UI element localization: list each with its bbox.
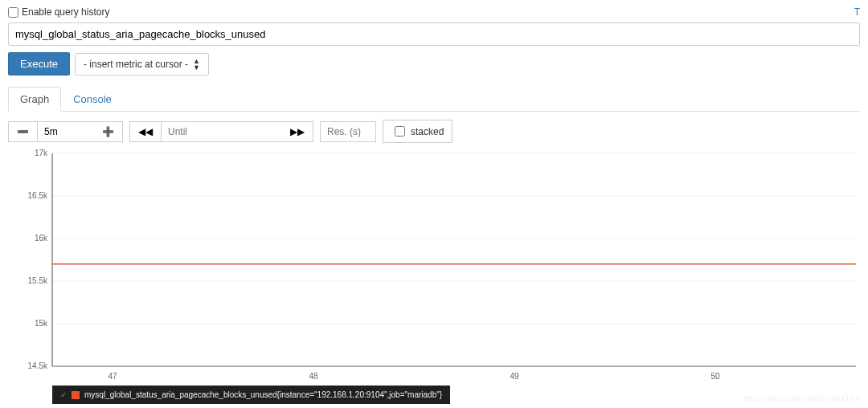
stacked-label: stacked [411, 126, 444, 137]
svg-text:16.5k: 16.5k [28, 191, 48, 200]
duration-plus-button[interactable]: ➕ [94, 121, 123, 142]
plus-icon: ➕ [102, 126, 114, 137]
svg-text:50: 50 [710, 372, 720, 381]
svg-text:15k: 15k [35, 319, 48, 328]
legend[interactable]: ✓ mysql_global_status_aria_pagecache_blo… [52, 386, 450, 404]
tab-console[interactable]: Console [61, 87, 124, 112]
rewind-icon: ◀◀ [138, 126, 153, 137]
svg-text:16k: 16k [35, 234, 48, 243]
corner-link[interactable]: T [854, 6, 860, 18]
svg-text:47: 47 [108, 372, 117, 381]
stacked-toggle[interactable]: stacked [383, 120, 452, 143]
stacked-checkbox[interactable] [395, 126, 405, 137]
time-forward-button[interactable]: ▶▶ [282, 121, 313, 142]
enable-history-checkbox[interactable]: Enable query history [8, 6, 109, 18]
svg-text:17k: 17k [35, 149, 48, 157]
until-input[interactable] [162, 121, 282, 142]
forward-icon: ▶▶ [290, 126, 305, 137]
minus-icon: ➖ [17, 126, 29, 137]
svg-text:48: 48 [309, 372, 318, 381]
chart: 14.5k15k15.5k16k16.5k17k47484950 [8, 149, 860, 382]
caret-icon: ▲▼ [193, 58, 200, 71]
query-input[interactable] [8, 22, 860, 46]
legend-swatch [72, 391, 80, 399]
watermark: https://blog.csdn.net/dinghuchen [744, 394, 860, 403]
svg-text:49: 49 [510, 372, 519, 381]
duration-minus-button[interactable]: ➖ [8, 121, 38, 142]
enable-history-label: Enable query history [22, 6, 109, 18]
duration-input[interactable] [38, 121, 94, 142]
resolution-input[interactable] [320, 121, 376, 142]
svg-text:15.5k: 15.5k [28, 276, 48, 285]
tab-graph[interactable]: Graph [8, 87, 61, 112]
check-icon: ✓ [60, 390, 67, 399]
enable-history-input[interactable] [8, 7, 18, 18]
time-back-button[interactable]: ◀◀ [129, 121, 162, 142]
metric-select-label: - insert metric at cursor - [84, 59, 188, 70]
svg-text:14.5k: 14.5k [28, 361, 48, 370]
metric-select[interactable]: - insert metric at cursor - ▲▼ [75, 53, 209, 75]
legend-text: mysql_global_status_aria_pagecache_block… [84, 390, 442, 399]
execute-button[interactable]: Execute [8, 52, 70, 75]
